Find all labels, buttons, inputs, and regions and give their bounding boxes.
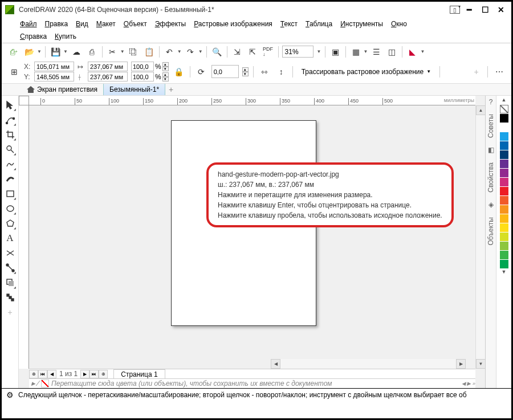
width-input[interactable] — [88, 62, 128, 71]
zoom-tool[interactable] — [3, 142, 17, 156]
menu-file[interactable]: Файл — [17, 19, 40, 29]
text-tool[interactable]: A — [3, 231, 17, 245]
shape-tool[interactable] — [3, 113, 17, 127]
ruler-corner[interactable] — [19, 96, 29, 105]
parallel-dim-tool[interactable] — [3, 246, 17, 260]
menu-window[interactable]: Окно — [388, 19, 410, 29]
color-swatch[interactable] — [500, 160, 508, 168]
pick-tool[interactable] — [3, 98, 17, 112]
color-swatch[interactable] — [500, 205, 508, 214]
zoom-input[interactable] — [282, 46, 314, 58]
mirror-h-button[interactable]: ⇿ — [258, 65, 271, 78]
canvas[interactable]: hand-gesture-modern-pop-art-vector.jpg ш… — [29, 105, 475, 369]
lock-ratio-button[interactable]: 🔒 — [172, 65, 185, 78]
color-swatch[interactable] — [500, 123, 508, 132]
import-button[interactable]: ⇲ — [231, 45, 244, 58]
cloud-button[interactable]: ☁ — [70, 45, 83, 58]
no-color-swatch[interactable] — [41, 380, 49, 388]
menu-edit[interactable]: Правка — [42, 19, 72, 29]
open-button[interactable]: 📂 — [23, 45, 36, 58]
tab-document[interactable]: Безымянный-1* — [103, 84, 165, 95]
print-button[interactable]: ⎙ — [85, 45, 99, 58]
cut-button[interactable]: ✂ — [106, 45, 119, 58]
color-swatch[interactable] — [500, 178, 508, 186]
copy-button[interactable]: ⿻ — [127, 45, 140, 58]
hscroll-right[interactable]: ▶ — [456, 359, 466, 369]
ruler-vertical[interactable] — [19, 105, 29, 369]
color-swatch[interactable] — [500, 196, 508, 205]
page-last-button[interactable]: ⏭ — [89, 370, 99, 378]
options-button[interactable]: ⋯ — [492, 65, 506, 78]
rotation-input[interactable] — [211, 65, 239, 78]
redo-button[interactable]: ↷ — [184, 45, 197, 58]
color-swatch[interactable] — [500, 169, 508, 177]
hscroll-left[interactable]: ◀ — [271, 359, 280, 369]
objs-docker-icon[interactable]: ◈ — [487, 201, 495, 209]
color-swatch[interactable] — [500, 132, 508, 141]
color-swatch[interactable] — [500, 260, 508, 268]
tab-welcome[interactable]: Экран приветствия — [21, 84, 103, 95]
y-input[interactable] — [34, 72, 74, 81]
scale-y-input[interactable] — [131, 72, 154, 81]
menu-table[interactable]: Таблица — [302, 19, 336, 29]
menu-layout[interactable]: Макет — [93, 19, 119, 29]
page-first-button[interactable]: ⏮ — [38, 370, 47, 378]
color-swatch[interactable] — [500, 214, 508, 223]
color-swatch[interactable] — [500, 251, 508, 259]
maximize-button[interactable]: ☐ — [478, 5, 492, 15]
menu-bitmaps[interactable]: Растровые изображения — [190, 19, 276, 29]
toolbox-add-button[interactable]: + — [3, 305, 17, 319]
artistic-media-tool[interactable] — [3, 172, 17, 186]
minimize-button[interactable]: ━ — [462, 5, 476, 15]
menu-effects[interactable]: Эффекты — [152, 19, 190, 29]
dynamic-guide-button[interactable]: ◫ — [385, 45, 398, 58]
page-tab[interactable]: Страница 1 — [113, 369, 165, 379]
drop-shadow-tool[interactable] — [3, 276, 17, 289]
search-button[interactable]: 🔍 — [210, 45, 223, 58]
crop-tool[interactable] — [3, 128, 17, 141]
undo-button[interactable]: ↶ — [163, 45, 176, 58]
hints-docker[interactable]: Советы — [487, 112, 495, 140]
color-swatch[interactable] — [500, 150, 508, 159]
color-swatch[interactable] — [500, 114, 508, 123]
trace-bitmap-button[interactable]: Трассировать растровое изображение▼ — [298, 66, 435, 78]
menu-view[interactable]: Вид — [72, 19, 92, 29]
gear-icon[interactable]: ⚙ — [6, 390, 14, 399]
page-next-button[interactable]: ▶ — [80, 370, 89, 378]
snap-button[interactable]: ▦ — [349, 45, 363, 58]
ruler-horizontal[interactable]: 0 50 100 150 200 250 300 350 400 450 500… — [29, 96, 475, 105]
export-button[interactable]: ⇱ — [246, 45, 259, 58]
eyedropper-icon[interactable]: ∕ — [38, 380, 39, 388]
page-add-button[interactable]: ⊕ — [29, 370, 38, 378]
color-swatch[interactable] — [500, 187, 508, 195]
height-input[interactable] — [88, 72, 128, 81]
guide-button[interactable]: ☰ — [370, 45, 383, 58]
connector-tool[interactable] — [3, 261, 17, 275]
scale-x-input[interactable] — [131, 62, 154, 71]
add-button[interactable]: + — [470, 65, 483, 78]
hints-docker-icon[interactable]: ? — [487, 98, 495, 105]
pdf-button[interactable]: PDF↓ — [262, 45, 275, 58]
palette-down[interactable]: ▼ — [502, 269, 507, 277]
color-swatch[interactable] — [500, 223, 508, 232]
ellipse-tool[interactable] — [3, 202, 17, 215]
x-input[interactable] — [34, 62, 74, 71]
page-add2-button[interactable]: ⊕ — [99, 370, 108, 378]
mirror-v-button[interactable]: ↕ — [275, 65, 288, 78]
color-swatch[interactable] — [500, 141, 508, 150]
menu-text[interactable]: Текст — [277, 19, 301, 29]
menu-buy[interactable]: Купить — [51, 31, 80, 42]
ribbon-toggle-icon[interactable]: ▯▾ — [450, 6, 460, 14]
tab-add-button[interactable]: + — [165, 84, 177, 95]
menu-help[interactable]: Справка — [17, 31, 50, 42]
polygon-tool[interactable] — [3, 217, 17, 230]
color-swatch[interactable] — [500, 242, 508, 250]
scrollbar-vertical[interactable]: ▲ ▼ — [475, 105, 485, 369]
objs-docker[interactable]: Объекты — [487, 215, 495, 247]
paste-button[interactable]: 📋 — [142, 45, 156, 58]
close-button[interactable]: ✕ — [494, 5, 508, 15]
menu-tools[interactable]: Инструменты — [337, 19, 386, 29]
no-color[interactable] — [500, 105, 508, 113]
rectangle-tool[interactable] — [3, 187, 17, 201]
props-docker[interactable]: Свойства — [487, 161, 495, 194]
